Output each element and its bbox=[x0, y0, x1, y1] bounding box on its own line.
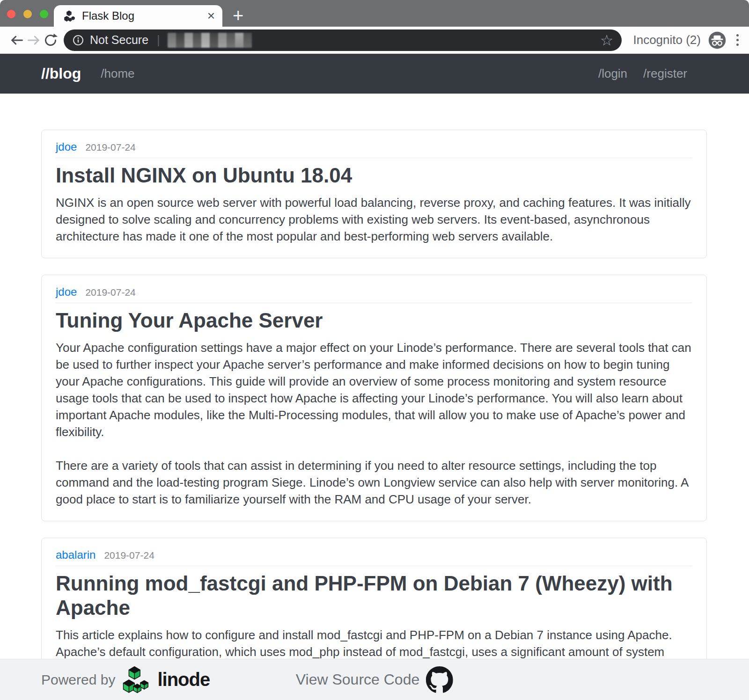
post-excerpt: Your Apache configuration settings have … bbox=[56, 339, 692, 440]
navbar-right: /login /register bbox=[598, 66, 687, 81]
page-footer: Powered by linode bbox=[0, 659, 749, 700]
info-icon[interactable] bbox=[72, 34, 84, 46]
meta-divider bbox=[56, 158, 692, 158]
new-tab-button[interactable]: + bbox=[233, 6, 243, 25]
minimize-window-button[interactable] bbox=[23, 10, 32, 18]
author-link[interactable]: jdoe bbox=[56, 140, 77, 153]
incognito-label: Incognito (2) bbox=[633, 33, 701, 47]
back-icon[interactable] bbox=[8, 32, 25, 49]
post-date: 2019-07-24 bbox=[85, 142, 135, 153]
post-date: 2019-07-24 bbox=[104, 550, 154, 561]
post-date: 2019-07-24 bbox=[85, 287, 135, 298]
tab-strip: Flask Blog × + bbox=[0, 0, 749, 27]
navbar-brand[interactable]: //blog bbox=[41, 65, 81, 82]
post-meta: jdoe 2019-07-24 bbox=[56, 140, 692, 153]
view-source-label[interactable]: View Source Code bbox=[296, 671, 419, 688]
tab-title: Flask Blog bbox=[82, 9, 207, 22]
nav-link-register[interactable]: /register bbox=[643, 66, 687, 81]
browser-tab[interactable]: Flask Blog × bbox=[54, 5, 222, 27]
github-icon[interactable] bbox=[426, 666, 453, 693]
close-tab-icon[interactable]: × bbox=[207, 9, 215, 22]
author-link[interactable]: abalarin bbox=[56, 548, 95, 561]
post-meta: abalarin 2019-07-24 bbox=[56, 548, 692, 561]
url-separator: | bbox=[157, 33, 160, 47]
browser-menu-icon[interactable] bbox=[734, 32, 741, 48]
view-source[interactable]: View Source Code bbox=[296, 666, 453, 693]
post-excerpt: There are a variety of tools that can as… bbox=[56, 457, 692, 508]
security-status-label[interactable]: Not Secure bbox=[90, 33, 148, 47]
bookmark-star-icon[interactable]: ☆ bbox=[600, 31, 614, 49]
incognito-avatar-icon[interactable] bbox=[708, 31, 726, 49]
linode-logo-icon[interactable] bbox=[123, 666, 150, 694]
author-link[interactable]: jdoe bbox=[56, 285, 77, 299]
post-title[interactable]: Install NGINX on Ubuntu 18.04 bbox=[56, 163, 692, 188]
powered-by-label: Powered by bbox=[41, 672, 115, 688]
browser-toolbar: Not Secure | ☆ Incognito (2) bbox=[0, 27, 749, 54]
forward-icon[interactable] bbox=[25, 32, 42, 49]
redacted-url bbox=[168, 33, 252, 48]
close-window-button[interactable] bbox=[7, 10, 15, 18]
site-navbar: //blog /home /login /register bbox=[0, 54, 749, 94]
reload-icon[interactable] bbox=[42, 32, 59, 49]
post-list: jdoe 2019-07-24 Install NGINX on Ubuntu … bbox=[0, 94, 749, 659]
browser-window: Flask Blog × + bbox=[0, 0, 749, 700]
post-title[interactable]: Tuning Your Apache Server bbox=[56, 308, 692, 333]
linode-wordmark[interactable]: linode bbox=[157, 669, 210, 690]
nav-link-home[interactable]: /home bbox=[101, 66, 134, 81]
post-card: abalarin 2019-07-24 Running mod_fastcgi … bbox=[41, 538, 707, 659]
powered-by: Powered by linode bbox=[41, 666, 210, 694]
post-card: jdoe 2019-07-24 Tuning Your Apache Serve… bbox=[41, 275, 707, 521]
meta-divider bbox=[56, 566, 692, 566]
window-controls bbox=[7, 10, 48, 18]
post-excerpt: NGINX is an open source web server with … bbox=[56, 194, 692, 245]
address-bar[interactable]: Not Secure | ☆ bbox=[64, 29, 622, 51]
nav-link-login[interactable]: /login bbox=[598, 66, 627, 81]
post-card: jdoe 2019-07-24 Install NGINX on Ubuntu … bbox=[41, 130, 707, 258]
zoom-window-button[interactable] bbox=[40, 10, 48, 18]
post-meta: jdoe 2019-07-24 bbox=[56, 285, 692, 299]
post-excerpt: This article explains how to configure a… bbox=[56, 627, 692, 659]
site-favicon-icon bbox=[64, 10, 75, 22]
post-title[interactable]: Running mod_fastcgi and PHP-FPM on Debia… bbox=[56, 571, 692, 620]
meta-divider bbox=[56, 303, 692, 303]
